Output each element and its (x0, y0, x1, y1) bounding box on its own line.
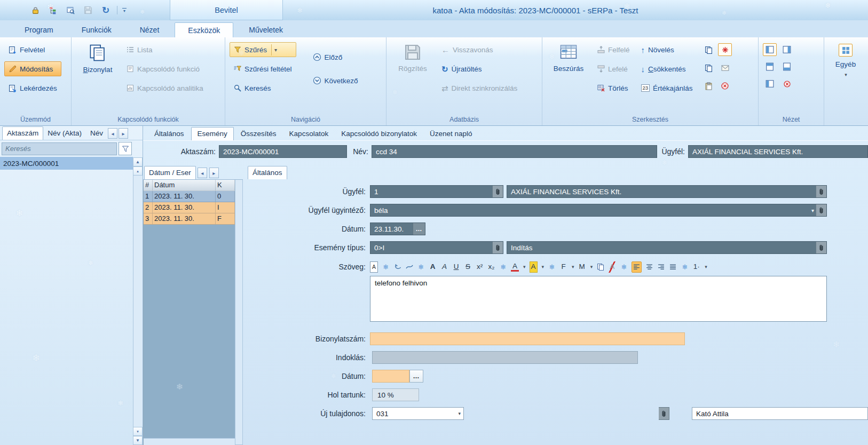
event-grid-header[interactable]: # Dátum K (144, 180, 235, 191)
hol-tartunk-field[interactable]: 10 % (372, 388, 419, 401)
scroll-up-button[interactable]: ▲ (133, 157, 143, 166)
filter-button[interactable] (119, 142, 132, 155)
ertekajanlas-button[interactable]: 23 Értékajánlás (637, 81, 697, 96)
italic-button[interactable]: A (440, 261, 448, 273)
hierarchy-icon[interactable] (46, 4, 59, 17)
save-icon[interactable] (82, 4, 94, 17)
szures-dropdown-arrow[interactable]: ▾ (271, 44, 279, 55)
indoklas-field[interactable] (372, 351, 638, 364)
tab-esemeny[interactable]: Esemény (191, 127, 234, 140)
esemeny-tipus-name-field[interactable]: Indítás (507, 241, 827, 254)
context-tab-bevitel[interactable]: Bevitel (170, 0, 283, 20)
view-layout-bottom-icon[interactable] (780, 60, 793, 74)
bizonylatszam-field[interactable] (370, 332, 685, 345)
event-row[interactable]: 1 2023. 11. 30. 0 (144, 191, 235, 202)
csokkentes-button[interactable]: ↓ Csökkentés (637, 61, 697, 76)
elozo-button[interactable]: Előző (309, 50, 362, 65)
beszuras-button[interactable]: Beszúrás (547, 41, 590, 112)
lekerdezes-button[interactable]: Lekérdezés (4, 81, 61, 96)
mandatory-fields-icon[interactable] (718, 43, 732, 56)
tab-kapcsolodo-bizonylatok[interactable]: Kapcsolódó bizonylatok (335, 128, 423, 140)
event-grid-vscrollbar[interactable] (235, 180, 243, 445)
event-row[interactable]: 3 2023. 11. 30. F (144, 213, 235, 225)
highlight-color-button[interactable]: A (530, 261, 538, 273)
event-row[interactable]: 2 2023. 11. 30. I (144, 202, 235, 213)
tab-scroll-left-button[interactable]: ◂ (108, 128, 117, 139)
tab-nev-akta-list[interactable]: Név (Akta) (43, 127, 86, 140)
felfele-button[interactable]: Felfelé (593, 42, 634, 57)
tab-nezet[interactable]: Nézet (127, 22, 172, 37)
paperclip-icon[interactable] (659, 407, 669, 420)
tab-aktaszam-list[interactable]: Aktaszám (2, 126, 43, 140)
tab-eszkozok[interactable]: Eszközök (175, 22, 233, 37)
tab-uzenet-naplo[interactable]: Üzenet napló (424, 128, 478, 140)
textbox-style-icon[interactable]: A (370, 261, 378, 273)
search-input[interactable] (2, 142, 117, 155)
mail-icon[interactable] (718, 61, 732, 74)
tab-kapcsolatok[interactable]: Kapcsolatok (283, 128, 335, 140)
ugyintezo-combobox[interactable]: béla ▾ (370, 204, 827, 217)
copy-row-icon[interactable] (701, 61, 715, 74)
chevron-down-icon[interactable]: ▾ (590, 264, 593, 269)
direkt-szinkronizalas-button[interactable]: ⇄ Direkt szinkronizálás (437, 81, 522, 96)
chevron-down-icon[interactable]: ▾ (810, 208, 816, 213)
visszavonas-button[interactable]: ← Visszavonás (437, 42, 522, 57)
scroll-top-marker[interactable]: ▴ (133, 166, 143, 176)
tab-esemeny-altalanos[interactable]: Általános (248, 166, 287, 179)
paperclip-icon[interactable] (492, 186, 503, 197)
view-layout-left-icon[interactable] (763, 43, 777, 56)
chevron-down-icon[interactable]: ▾ (455, 411, 463, 416)
ujratoltes-button[interactable]: ↻ Újratöltés (437, 61, 522, 76)
kovetkezo-button[interactable]: Következő (309, 73, 362, 88)
tab-osszesites[interactable]: Összesítés (235, 128, 282, 140)
tab-altalanos[interactable]: Általános (148, 128, 190, 140)
align-center-button[interactable] (645, 261, 653, 273)
chevron-down-icon[interactable]: ▾ (705, 264, 707, 269)
egyeb-button[interactable]: Egyéb ▾ (828, 41, 863, 112)
tab-muveletek[interactable]: Műveletek (236, 22, 296, 37)
tab-datum-esemeny[interactable]: Dátum / Eser (144, 166, 196, 179)
bizonylat-button[interactable]: Bizonylat (76, 41, 120, 112)
rogzites-button[interactable]: Rögzítés (391, 41, 435, 112)
view-close-panel-icon[interactable] (780, 77, 794, 90)
customize-toolbar-button[interactable]: ▾ (122, 8, 127, 12)
cancel-circle-icon[interactable] (718, 80, 732, 92)
list-item[interactable]: 2023-MC/000001 (0, 157, 133, 170)
list-scrollbar[interactable]: ▲ ▴ ▾ ▼ (133, 157, 143, 445)
paperclip-icon[interactable] (816, 242, 826, 253)
datum-field[interactable]: 23.11.30. … (370, 222, 425, 235)
clear-format-button[interactable]: A (608, 261, 616, 273)
tab-nev-list[interactable]: Név (86, 127, 107, 140)
tab-program[interactable]: Program (12, 22, 66, 37)
copy-icon[interactable] (701, 43, 715, 56)
esemeny-tipus-code-field[interactable]: 0>I (370, 241, 503, 254)
bold-button[interactable]: A (429, 261, 437, 273)
event-grid-hscrollbar[interactable] (144, 438, 235, 445)
felvetel-button[interactable]: Felvétel (4, 42, 61, 57)
subscript-button[interactable]: x₂ (487, 261, 495, 273)
ugyfel-code-field[interactable]: 1 (370, 185, 503, 198)
view-layout-right-icon[interactable] (780, 43, 794, 56)
noveles-button[interactable]: ↑ Növelés (637, 42, 697, 57)
tab-scroll-right-button[interactable]: ▸ (119, 128, 128, 139)
scroll-bottom-marker[interactable]: ▾ (133, 427, 143, 436)
underline-button[interactable]: U (452, 261, 460, 273)
paperclip-icon[interactable] (492, 242, 503, 253)
uj-tulajdonos-combobox[interactable]: 031 ▾ (372, 407, 464, 420)
curve-tool-icon[interactable] (405, 261, 413, 273)
superscript-button[interactable]: x² (476, 261, 484, 273)
kapcsolodo-analitika-button[interactable]: Kapcsolódó analitika (122, 81, 208, 96)
nev-field[interactable]: ccd 34 (372, 145, 657, 158)
chevron-down-icon[interactable]: ▾ (542, 264, 545, 269)
event-tab-scroll-left-button[interactable]: ◂ (198, 168, 207, 178)
scroll-down-button[interactable]: ▼ (133, 436, 143, 445)
paste-icon[interactable] (701, 80, 715, 92)
date-picker-ellipsis-button[interactable]: … (413, 223, 425, 235)
szures-button[interactable]: Szűrés ▾ (230, 42, 296, 57)
window-search-icon[interactable] (64, 4, 77, 17)
font-color-button[interactable]: A (511, 262, 519, 272)
tab-funkciok[interactable]: Funkciók (69, 22, 124, 37)
uj-tulajdonos-name-field[interactable]: Kató Attila (692, 407, 868, 420)
szoveg-textarea[interactable]: telefono felhivon (370, 276, 827, 322)
event-tab-scroll-right-button[interactable]: ▸ (209, 168, 219, 178)
